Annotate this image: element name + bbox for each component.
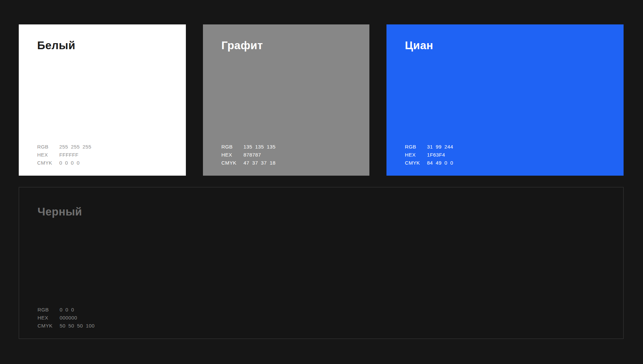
spec-label-rgb: RGB [38,306,60,314]
spec-value-rgb: 0 0 0 [60,306,605,314]
color-name-cyan: Циан [405,40,605,51]
color-specs-black: RGB 0 0 0 HEX 000000 CMYK 50 50 50 100 [38,306,605,330]
spec-label-hex: HEX [38,314,60,322]
spec-label-rgb: RGB [37,143,59,151]
spec-value-rgb: 135 135 135 [243,143,351,151]
color-card-graphite: Графит RGB 135 135 135 HEX 878787 CMYK 4… [203,24,369,176]
spec-label-cmyk: CMYK [37,159,59,167]
color-card-white: Белый RGB 255 255 255 HEX FFFFFF CMYK 0 … [19,24,186,176]
color-card-black: Черный RGB 0 0 0 HEX 000000 CMYK 50 50 5… [19,187,624,339]
spec-label-rgb: RGB [405,143,427,151]
spec-label-cmyk: CMYK [405,159,427,167]
swatch-row: Белый RGB 255 255 255 HEX FFFFFF CMYK 0 … [19,24,624,176]
color-specs-cyan: RGB 31 99 244 HEX 1F63F4 CMYK 84 49 0 0 [405,143,605,167]
spec-value-hex: 000000 [60,314,605,322]
spec-label-cmyk: CMYK [221,159,243,167]
color-name-graphite: Графит [221,40,351,51]
spec-value-rgb: 31 99 244 [427,143,605,151]
spec-value-cmyk: 0 0 0 0 [59,159,167,167]
spec-value-hex: FFFFFF [59,151,167,159]
color-palette-page: Белый RGB 255 255 255 HEX FFFFFF CMYK 0 … [0,0,643,364]
color-name-white: Белый [37,40,167,51]
spec-label-rgb: RGB [221,143,243,151]
spec-value-cmyk: 47 37 37 18 [243,159,351,167]
spec-value-hex: 1F63F4 [427,151,605,159]
color-name-black: Черный [38,206,605,217]
spec-value-hex: 878787 [243,151,351,159]
spec-label-hex: HEX [405,151,427,159]
spec-label-hex: HEX [37,151,59,159]
spec-value-rgb: 255 255 255 [59,143,167,151]
color-card-cyan: Циан RGB 31 99 244 HEX 1F63F4 CMYK 84 49… [386,24,624,176]
spec-label-cmyk: CMYK [38,322,60,330]
color-specs-white: RGB 255 255 255 HEX FFFFFF CMYK 0 0 0 0 [37,143,167,167]
spec-value-cmyk: 84 49 0 0 [427,159,605,167]
spec-label-hex: HEX [221,151,243,159]
color-specs-graphite: RGB 135 135 135 HEX 878787 CMYK 47 37 37… [221,143,351,167]
spec-value-cmyk: 50 50 50 100 [60,322,605,330]
